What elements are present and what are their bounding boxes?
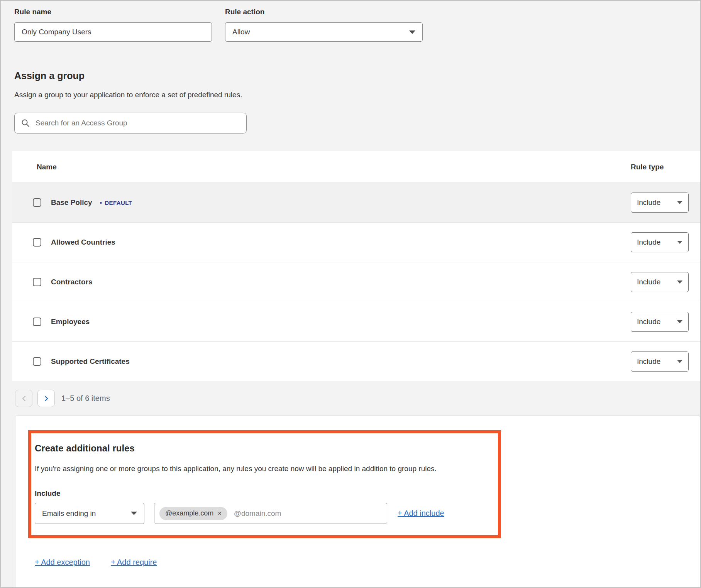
include-section-label: Include — [35, 489, 61, 498]
row-checkbox[interactable] — [33, 198, 41, 207]
row-name: Contractors — [51, 278, 93, 286]
email-domain-tag: @example.com × — [159, 507, 227, 520]
caret-down-icon — [409, 30, 415, 34]
assign-group-heading: Assign a group — [14, 70, 85, 81]
access-rule-page: Rule name Rule action Allow Assign a gro… — [0, 0, 701, 588]
caret-down-icon — [677, 201, 682, 204]
email-domain-input[interactable]: @example.com × — [154, 503, 387, 524]
access-group-table: Name Rule type Base Policy • DEFAULT Inc… — [12, 151, 700, 381]
default-badge-bullet: • — [100, 199, 102, 206]
next-page-button[interactable] — [37, 390, 55, 407]
default-badge-label: DEFAULT — [105, 199, 132, 206]
additional-rules-description: If you're assigning one or more groups t… — [35, 465, 437, 473]
include-rule-row: Emails ending in @example.com × + Add in… — [35, 503, 444, 524]
rule-type-select[interactable]: Include — [631, 272, 689, 292]
rule-name-field: Rule name — [14, 8, 212, 42]
rule-action-value: Allow — [232, 28, 250, 36]
add-exception-link[interactable]: + Add exception — [35, 558, 90, 567]
caret-down-icon — [677, 320, 682, 323]
add-include-link[interactable]: + Add include — [398, 509, 444, 518]
rule-type-select[interactable]: Include — [631, 351, 689, 372]
assign-group-description: Assign a group to your application to en… — [14, 91, 242, 99]
add-require-link[interactable]: + Add require — [111, 558, 157, 567]
rule-type-select[interactable]: Include — [631, 232, 689, 252]
chevron-right-icon — [44, 395, 49, 402]
rule-type-value: Include — [637, 357, 660, 366]
row-name: Base Policy — [51, 198, 92, 207]
table-row-contractors: Contractors Include — [12, 262, 700, 302]
table-header: Name Rule type — [12, 151, 700, 182]
row-name: Employees — [51, 318, 90, 326]
caret-down-icon — [131, 512, 137, 515]
rule-form: Rule name Rule action Allow — [14, 8, 423, 42]
row-checkbox[interactable] — [33, 318, 41, 326]
table-row-employees: Employees Include — [12, 302, 700, 341]
domain-text-input[interactable] — [234, 509, 382, 518]
rule-type-select[interactable]: Include — [631, 312, 689, 332]
rule-type-select[interactable]: Include — [631, 193, 689, 213]
pagination: 1–5 of 6 items — [15, 390, 110, 407]
rule-name-input[interactable] — [14, 22, 212, 42]
column-header-name: Name — [12, 163, 631, 171]
row-checkbox[interactable] — [33, 238, 41, 247]
rule-links: + Add exception + Add require — [35, 558, 157, 567]
row-checkbox[interactable] — [33, 357, 41, 366]
caret-down-icon — [677, 360, 682, 363]
row-checkbox[interactable] — [33, 278, 41, 286]
condition-select[interactable]: Emails ending in — [35, 503, 144, 524]
search-input[interactable] — [36, 119, 240, 127]
previous-page-button[interactable] — [15, 390, 32, 407]
rule-action-select[interactable]: Allow — [225, 22, 423, 42]
pagination-summary: 1–5 of 6 items — [61, 394, 110, 403]
table-row-allowed-countries: Allowed Countries Include — [12, 222, 700, 262]
remove-tag-icon[interactable]: × — [218, 510, 221, 517]
access-group-search[interactable] — [14, 113, 247, 133]
table-row-supported-certificates: Supported Certificates Include — [12, 341, 700, 381]
table-row-base-policy: Base Policy • DEFAULT Include — [12, 182, 700, 222]
caret-down-icon — [677, 280, 682, 284]
rule-type-value: Include — [637, 238, 660, 247]
additional-rules-heading: Create additional rules — [35, 443, 135, 454]
search-icon — [21, 119, 30, 127]
row-name: Allowed Countries — [51, 238, 115, 247]
rule-name-label: Rule name — [14, 8, 212, 16]
rule-type-value: Include — [637, 318, 660, 326]
tag-label: @example.com — [165, 509, 213, 517]
rule-type-value: Include — [637, 278, 660, 286]
chevron-left-icon — [21, 395, 27, 402]
row-name: Supported Certificates — [51, 357, 130, 366]
rule-type-value: Include — [637, 198, 660, 207]
default-badge: • DEFAULT — [100, 199, 132, 206]
additional-rules-card: Create additional rules If you're assign… — [15, 416, 700, 588]
rule-action-field: Rule action Allow — [225, 8, 423, 42]
rule-action-label: Rule action — [225, 8, 423, 16]
column-header-rule-type: Rule type — [631, 163, 700, 171]
condition-value: Emails ending in — [42, 509, 96, 518]
caret-down-icon — [677, 241, 682, 244]
